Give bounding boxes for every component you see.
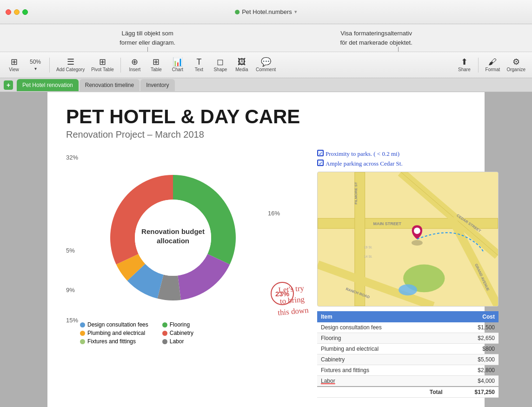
right-column: Proximity to parks. ( < 0.2 mi) Ample pa… xyxy=(317,149,499,398)
legend-dot-labor xyxy=(162,339,167,344)
donut-chart: Renovation budgetallocation xyxy=(80,159,294,326)
svg-text:Renovation budget: Renovation budget xyxy=(141,227,205,235)
main-content: PET HOTEL & DAY CARE Renovation Project … xyxy=(0,92,532,407)
chart-button[interactable]: 📊 Chart xyxy=(167,56,188,74)
maximize-button[interactable] xyxy=(22,9,28,15)
add-category-icon: ☰ xyxy=(67,58,74,66)
legend-dot-design xyxy=(80,322,85,327)
checkbox-2[interactable] xyxy=(317,160,324,166)
table-row: Flooring $2,650 xyxy=(317,333,499,343)
view-button[interactable]: ⊞ View xyxy=(4,56,24,74)
map-section: MAIN STREET FILMORE ST CEDAR STREET xyxy=(317,172,499,307)
table-total-row: Total $17,250 xyxy=(317,387,499,398)
insert-button[interactable]: ⊕ Insert xyxy=(125,56,145,74)
separator-1 xyxy=(49,58,50,73)
close-button[interactable] xyxy=(6,9,11,15)
labor-underlined: Labor xyxy=(321,378,335,384)
budget-table: Item Cost Design consultation fees $1,50… xyxy=(317,311,499,398)
add-sheet-button[interactable]: + xyxy=(4,80,13,90)
shape-button[interactable]: ◻ Shape xyxy=(210,56,231,74)
chart-container: 32% 5% 15% 9% 16% 23% xyxy=(66,149,308,345)
window-title: Pet Hotel.numbers ▾ xyxy=(235,8,297,15)
separator-2 xyxy=(120,58,121,73)
chart-label-9: 9% xyxy=(66,287,75,294)
toolbar: ⊞ View 50% ▾ ☰ Add Category ⊞ Pivot Tabl… xyxy=(0,52,532,78)
handwriting-annotation: Let's try to bring this down xyxy=(275,282,309,318)
table-row: Plumbing and electrical $800 xyxy=(317,343,499,354)
svg-point-16 xyxy=(399,284,417,295)
svg-point-17 xyxy=(412,240,423,246)
comment-button[interactable]: 💬 Comment xyxy=(253,56,279,74)
checkbox-1[interactable] xyxy=(317,150,324,156)
pivot-table-button[interactable]: ⊞ Pivot Table xyxy=(88,56,117,74)
text-icon: T xyxy=(196,58,201,66)
media-button[interactable]: 🖼 Media xyxy=(232,56,252,74)
svg-text:14 St.: 14 St. xyxy=(364,255,372,258)
table-row: Cabinetry $5,500 xyxy=(317,354,499,365)
tab-pet-hotel-renovation[interactable]: Pet Hotel renovation xyxy=(17,79,79,91)
chart-legend: Design consultation fees Plumbing and el… xyxy=(80,321,193,345)
document-page: PET HOTEL & DAY CARE Renovation Project … xyxy=(47,92,485,407)
document-dot xyxy=(235,10,239,14)
legend-dot-cabinetry xyxy=(162,331,167,336)
legend-col-1: Design consultation fees Plumbing and el… xyxy=(80,321,148,345)
organize-button[interactable]: ⚙ Organize xyxy=(504,56,528,74)
svg-text:allocation: allocation xyxy=(157,237,189,245)
legend-item-design: Design consultation fees xyxy=(80,321,148,328)
media-icon: 🖼 xyxy=(238,58,246,66)
chart-icon: 📊 xyxy=(173,58,183,66)
shape-icon: ◻ xyxy=(217,58,224,66)
minimize-button[interactable] xyxy=(14,9,20,15)
legend-item-plumbing: Plumbing and electrical xyxy=(80,330,148,336)
table-row-labor: Labor $4,000 xyxy=(317,375,499,387)
separator-3 xyxy=(478,58,479,73)
comment-icon: 💬 xyxy=(261,58,271,66)
check-item-1: Proximity to parks. ( < 0.2 mi) xyxy=(317,149,499,159)
tooltip-format: Visa formateringsalternativ för det mark… xyxy=(340,29,412,47)
tab-renovation-timeline[interactable]: Renovation timeline xyxy=(80,79,140,91)
text-button[interactable]: T Text xyxy=(189,56,209,74)
organize-icon: ⚙ xyxy=(512,58,520,66)
legend-item-fixtures: Fixtures and fittings xyxy=(80,338,148,345)
pivot-table-icon: ⊞ xyxy=(99,58,106,66)
share-button[interactable]: ⬆ Share xyxy=(454,56,474,74)
col-header-item: Item xyxy=(317,311,446,322)
titlebar: Pet Hotel.numbers ▾ xyxy=(0,0,532,24)
document-title: PET HOTEL & DAY CARE xyxy=(66,106,466,127)
chart-label-5: 5% xyxy=(66,247,75,254)
zoom-button[interactable]: 50% ▾ xyxy=(25,57,46,73)
table-row: Design consultation fees $1,500 xyxy=(317,322,499,333)
left-column: 32% 5% 15% 9% 16% 23% xyxy=(66,149,308,398)
share-icon: ⬆ xyxy=(461,58,468,66)
document-subtitle: Renovation Project – March 2018 xyxy=(66,129,466,140)
legend-item-labor: Labor xyxy=(162,338,193,345)
legend-col-2: Flooring Cabinetry Labor xyxy=(162,321,193,345)
format-button[interactable]: 🖌 Format xyxy=(482,56,503,74)
svg-point-18 xyxy=(414,227,420,234)
table-button[interactable]: ⊞ Table xyxy=(146,56,166,74)
col-header-cost: Cost xyxy=(446,311,499,322)
tooltip-insert: Lägg till objekt som former eller diagra… xyxy=(120,29,175,47)
map-image: MAIN STREET FILMORE ST CEDAR STREET xyxy=(317,172,499,307)
traffic-lights[interactable] xyxy=(6,9,28,15)
tab-inventory[interactable]: Inventory xyxy=(140,79,174,91)
format-icon: 🖌 xyxy=(488,58,497,66)
svg-text:FILMORE ST: FILMORE ST xyxy=(354,182,358,204)
insert-icon: ⊕ xyxy=(131,58,138,66)
chart-label-15: 15% xyxy=(66,317,78,324)
svg-text:MAIN STREET: MAIN STREET xyxy=(373,221,402,226)
legend-item-flooring: Flooring xyxy=(162,321,193,328)
svg-text:19 St.: 19 St. xyxy=(364,246,372,249)
check-item-2: Ample parking across Cedar St. xyxy=(317,159,499,169)
document-area: PET HOTEL & DAY CARE Renovation Project … xyxy=(0,92,532,407)
legend-dot-flooring xyxy=(162,322,167,327)
tabs-bar: + Pet Hotel renovation Renovation timeli… xyxy=(0,78,532,92)
checklist: Proximity to parks. ( < 0.2 mi) Ample pa… xyxy=(317,149,499,169)
view-icon: ⊞ xyxy=(11,58,18,66)
table-row: Fixtures and fittings $2,800 xyxy=(317,365,499,375)
chart-label-32: 32% xyxy=(66,154,78,161)
legend-dot-fixtures xyxy=(80,339,85,344)
table-icon: ⊞ xyxy=(153,58,160,66)
add-category-button[interactable]: ☰ Add Category xyxy=(53,56,87,74)
legend-item-cabinetry: Cabinetry xyxy=(162,330,193,336)
